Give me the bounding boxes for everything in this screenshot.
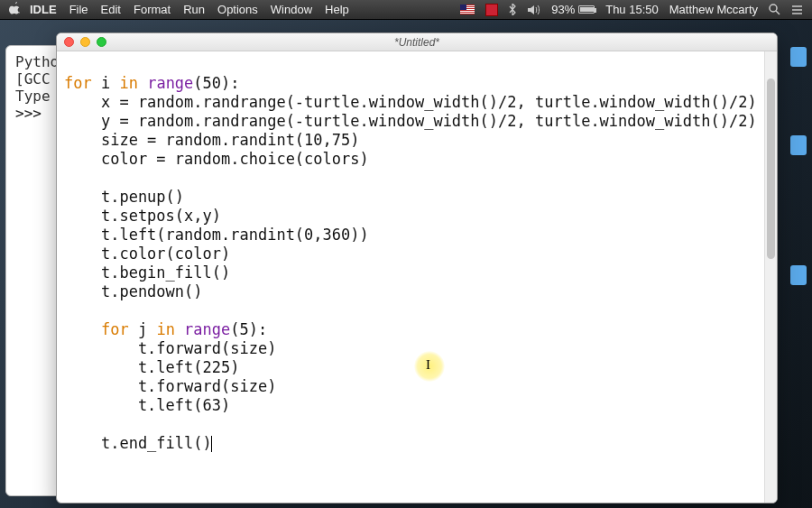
notification-center-icon[interactable] <box>791 5 803 15</box>
code-keyword: for <box>64 74 92 92</box>
code-line: t.forward(size) <box>64 339 276 357</box>
menu-format[interactable]: Format <box>134 3 171 16</box>
menu-edit[interactable]: Edit <box>101 3 121 16</box>
menu-file[interactable]: File <box>69 3 88 16</box>
app-name[interactable]: IDLE <box>30 3 57 16</box>
status-username[interactable]: Matthew Mccarty <box>669 3 758 16</box>
battery-percent-label: 93% <box>551 3 575 16</box>
code-line: size = random.randint(10,75) <box>64 131 360 149</box>
code-line: t.left(225) <box>64 358 239 376</box>
window-titlebar[interactable]: *Untitled* <box>57 33 777 51</box>
status-volume-icon[interactable] <box>528 5 540 15</box>
window-zoom-button[interactable] <box>97 37 106 47</box>
code-line: x = random.randrange(-turtle.window_widt… <box>64 93 757 111</box>
window-minimize-button[interactable] <box>80 37 90 47</box>
desktop-file-icon[interactable] <box>790 135 807 155</box>
apple-menu-icon[interactable] <box>9 2 21 17</box>
code-line: t.setpos(x,y) <box>64 207 221 225</box>
code-line: t.end_fill() <box>64 434 212 452</box>
menu-window[interactable]: Window <box>271 3 312 16</box>
menu-run[interactable]: Run <box>183 3 205 16</box>
code-line: y = random.randrange(-turtle.window_widt… <box>64 112 757 130</box>
code-editor-area[interactable]: for i in range(50): x = random.randrange… <box>57 51 777 503</box>
window-title: *Untitled* <box>57 36 777 49</box>
code-line: t.left(random.randint(0,360)) <box>64 226 369 244</box>
menu-help[interactable]: Help <box>325 3 349 16</box>
vertical-scrollbar[interactable] <box>764 51 777 503</box>
scrollbar-thumb[interactable] <box>767 79 775 259</box>
text-cursor <box>211 436 212 452</box>
code-line: t.forward(size) <box>64 377 276 395</box>
code-line: t.begin_fill() <box>64 263 230 282</box>
svg-line-1 <box>776 11 780 14</box>
status-flag-icon[interactable] <box>460 5 475 14</box>
battery-icon <box>578 5 595 14</box>
menu-options[interactable]: Options <box>217 3 258 16</box>
desktop-file-icon[interactable] <box>790 47 807 67</box>
svg-point-0 <box>770 5 777 12</box>
code-line: color = random.choice(colors) <box>64 150 369 168</box>
status-battery[interactable]: 93% <box>551 3 595 16</box>
status-clock[interactable]: Thu 15:50 <box>605 3 659 16</box>
status-bluetooth-icon[interactable] <box>509 4 517 15</box>
code-line: t.left(63) <box>64 396 230 414</box>
code-line: t.penup() <box>64 188 184 206</box>
editor-window[interactable]: *Untitled* for i in range(50): x = rando… <box>56 32 778 503</box>
code-line: t.pendown() <box>64 282 203 300</box>
window-close-button[interactable] <box>64 37 74 47</box>
spotlight-icon[interactable] <box>769 4 780 15</box>
status-red-indicator-icon[interactable] <box>485 4 498 16</box>
desktop-file-icon[interactable] <box>790 265 807 285</box>
macos-menubar: IDLE File Edit Format Run Options Window… <box>0 0 812 20</box>
code-line: t.color(color) <box>64 245 230 263</box>
